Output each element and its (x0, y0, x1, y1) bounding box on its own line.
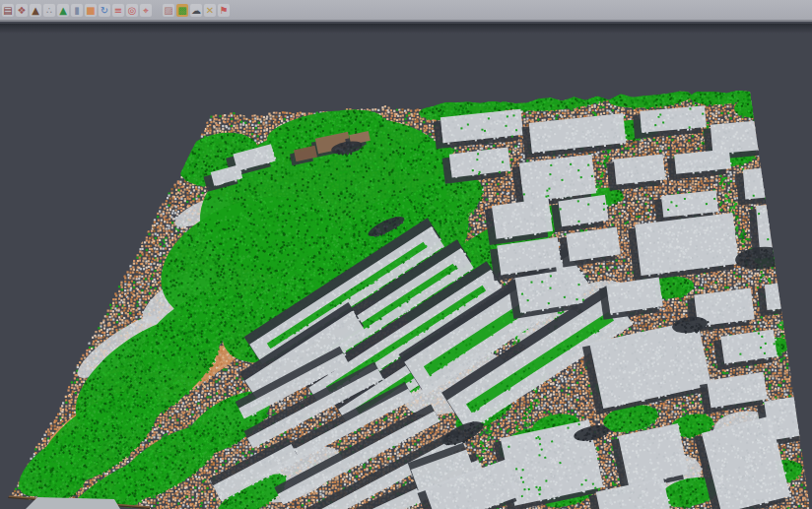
tin-surface-icon[interactable]: ▲ (30, 4, 41, 17)
classification-icon[interactable]: ▩ (176, 4, 188, 17)
point-pair-icon[interactable]: ❖ (16, 4, 28, 17)
select-area-icon[interactable]: ⌖ (140, 4, 152, 17)
ortho-image-icon[interactable]: ■ (85, 4, 97, 17)
profile-icon[interactable]: ▮ (71, 4, 83, 17)
grid-cells-icon[interactable]: ▨ (163, 4, 174, 17)
viewport-3d-canvas[interactable] (0, 0, 812, 509)
sparse-points-icon[interactable]: ∴ (43, 4, 55, 17)
refresh-icon[interactable]: ↻ (99, 4, 110, 17)
terrain-icon[interactable]: ▲ (57, 4, 69, 17)
toolbar: ▤❖▲∴▲▮■↻≡◎⌖▨▩☁✕⚑ (0, 0, 812, 22)
measure-lines-icon[interactable]: ≡ (112, 4, 124, 17)
flag-icon[interactable]: ⚑ (218, 4, 230, 17)
application-window: ▤❖▲∴▲▮■↻≡◎⌖▨▩☁✕⚑ (0, 0, 812, 509)
target-icon[interactable]: ◎ (126, 4, 138, 17)
clip-icon[interactable]: ✕ (204, 4, 216, 17)
layers-icon[interactable]: ▤ (2, 4, 14, 17)
point-cloud-icon[interactable]: ☁ (190, 4, 202, 17)
